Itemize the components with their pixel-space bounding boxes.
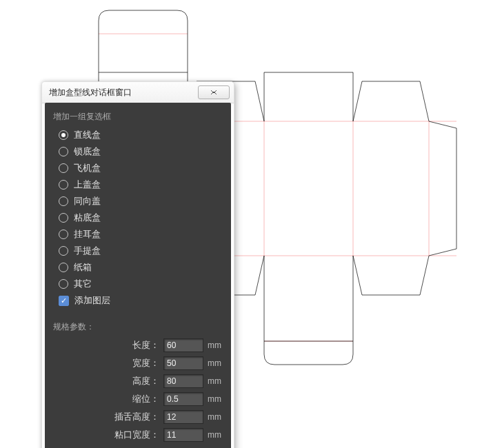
box-type-options: 直线盒锁底盒飞机盒上盖盒同向盖粘底盒挂耳盒手提盒纸箱其它: [53, 128, 223, 291]
dialog-titlebar[interactable]: 增加盒型线对话框窗口: [42, 82, 234, 103]
box-type-option-1[interactable]: 锁底盒: [59, 145, 223, 159]
box-type-option-2[interactable]: 飞机盒: [59, 161, 223, 175]
option-label: 纸箱: [74, 261, 92, 274]
param-label: 缩位：: [132, 393, 159, 405]
radio-icon[interactable]: [59, 130, 68, 140]
option-label: 挂耳盒: [74, 228, 101, 241]
radio-icon[interactable]: [59, 246, 68, 256]
radio-icon[interactable]: [59, 180, 68, 190]
param-label: 粘口宽度：: [114, 429, 159, 441]
param-row-4: 插舌高度：mm: [53, 410, 223, 424]
param-row-1: 宽度：mm: [53, 356, 223, 370]
box-type-option-4[interactable]: 同向盖: [59, 194, 223, 208]
param-label: 长度：: [132, 339, 159, 352]
radio-icon[interactable]: [59, 279, 68, 289]
box-type-option-6[interactable]: 挂耳盒: [59, 227, 223, 241]
add-layer-label: 添加图层: [74, 294, 110, 307]
radio-icon[interactable]: [59, 163, 68, 173]
unit-label: mm: [208, 430, 223, 440]
unit-label: mm: [208, 376, 223, 386]
param-input-0[interactable]: [163, 338, 203, 352]
add-layer-checkbox-row[interactable]: 添加图层: [59, 294, 223, 307]
dialog-title-text: 增加盒型线对话框窗口: [49, 87, 132, 99]
radio-icon[interactable]: [59, 196, 68, 206]
radio-icon[interactable]: [59, 263, 68, 272]
option-label: 手提盒: [74, 245, 101, 257]
box-type-option-7[interactable]: 手提盒: [59, 244, 223, 258]
params-list: 长度：mm宽度：mm高度：mm缩位：mm插舌高度：mm粘口宽度：mm: [53, 338, 223, 442]
param-input-1[interactable]: [163, 356, 203, 370]
dialog-close-button[interactable]: [198, 85, 230, 99]
param-row-5: 粘口宽度：mm: [53, 428, 223, 442]
param-input-3[interactable]: [163, 392, 203, 406]
option-label: 锁底盒: [74, 145, 101, 158]
options-group-label: 增加一组复选框: [53, 111, 223, 123]
option-label: 直线盒: [74, 129, 101, 141]
param-label: 宽度：: [132, 357, 159, 369]
add-layer-checkbox[interactable]: [59, 296, 69, 306]
param-input-5[interactable]: [163, 428, 203, 442]
option-label: 粘底盒: [74, 212, 101, 224]
option-label: 同向盖: [74, 195, 101, 207]
box-type-option-3[interactable]: 上盖盒: [59, 178, 223, 192]
option-label: 其它: [74, 278, 92, 290]
box-type-option-8[interactable]: 纸箱: [59, 261, 223, 274]
box-type-option-5[interactable]: 粘底盒: [59, 211, 223, 225]
param-row-2: 高度：mm: [53, 374, 223, 388]
dialog-body: 增加一组复选框 直线盒锁底盒飞机盒上盖盒同向盖粘底盒挂耳盒手提盒纸箱其它 添加图…: [45, 103, 231, 448]
param-row-3: 缩位：mm: [53, 392, 223, 406]
params-label: 规格参数：: [53, 321, 223, 333]
param-row-0: 长度：mm: [53, 338, 223, 352]
box-type-option-0[interactable]: 直线盒: [59, 128, 223, 142]
unit-label: mm: [208, 340, 223, 350]
unit-label: mm: [208, 358, 223, 368]
box-type-option-9[interactable]: 其它: [59, 277, 223, 291]
param-input-2[interactable]: [163, 374, 203, 388]
params-section: 规格参数： 长度：mm宽度：mm高度：mm缩位：mm插舌高度：mm粘口宽度：mm: [53, 321, 223, 442]
param-label: 高度：: [132, 375, 159, 387]
option-label: 上盖盒: [74, 179, 101, 191]
close-icon: [209, 90, 219, 95]
param-label: 插舌高度：: [114, 411, 159, 423]
param-input-4[interactable]: [163, 410, 203, 424]
add-box-dialog: 增加盒型线对话框窗口 增加一组复选框 直线盒锁底盒飞机盒上盖盒同向盖粘底盒挂耳盒…: [41, 81, 234, 448]
unit-label: mm: [208, 412, 223, 422]
option-label: 飞机盒: [74, 162, 101, 174]
radio-icon[interactable]: [59, 230, 68, 239]
radio-icon[interactable]: [59, 213, 68, 223]
unit-label: mm: [208, 394, 223, 404]
radio-icon[interactable]: [59, 147, 68, 156]
